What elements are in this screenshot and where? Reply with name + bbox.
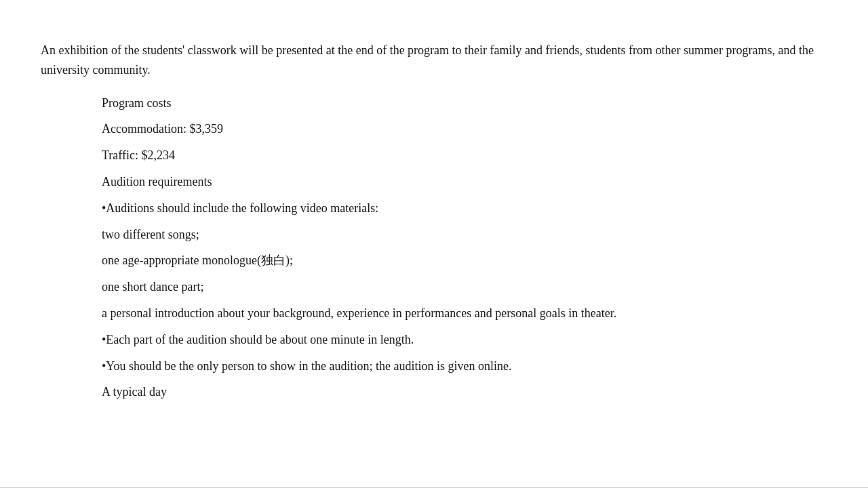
audition-bullet-intro: •Auditions should include the following … bbox=[102, 199, 827, 218]
page-content: An exhibition of the students' classwork… bbox=[0, 0, 868, 402]
length-bullet: •Each part of the audition should be abo… bbox=[102, 330, 827, 350]
audition-requirements-heading: Audition requirements bbox=[102, 172, 827, 192]
traffic-item: Traffic: $2,234 bbox=[102, 146, 827, 165]
intro-item: a personal introduction about your backg… bbox=[102, 304, 827, 323]
intro-paragraph: An exhibition of the students' classwork… bbox=[41, 41, 827, 80]
monologue-item: one age-appropriate monologue(独白); bbox=[102, 251, 827, 270]
indented-section: Program costs Accommodation: $3,359 Traf… bbox=[41, 94, 827, 403]
accommodation-item: Accommodation: $3,359 bbox=[102, 119, 827, 139]
song-item: two different songs; bbox=[102, 225, 827, 245]
online-bullet: •You should be the only person to show i… bbox=[102, 357, 827, 376]
dance-item: one short dance part; bbox=[102, 277, 827, 297]
program-costs-heading: Program costs bbox=[102, 94, 827, 113]
typical-day: A typical day bbox=[102, 382, 827, 402]
